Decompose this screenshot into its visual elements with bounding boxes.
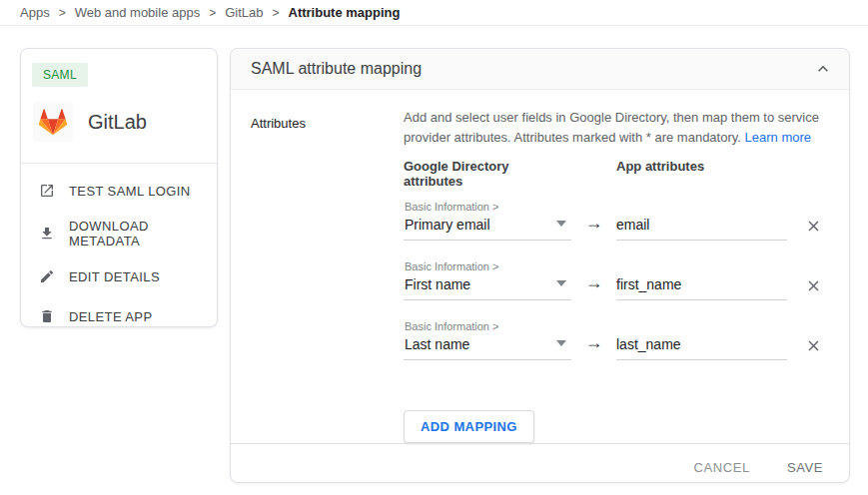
app-attribute-field-wrap [616,275,787,300]
remove-mapping-button[interactable] [805,218,831,241]
app-attribute-field-wrap [616,216,787,241]
pencil-icon [39,268,55,284]
dropdown-category: Basic Information > [405,201,553,214]
app-attribute-input[interactable] [616,275,787,293]
cancel-button[interactable]: CANCEL [694,460,750,475]
collapse-panel-button[interactable] [811,57,835,81]
app-summary-card: SAML GitLab TEST SAML LOGIN DOWNLOAD MET… [20,48,218,327]
dropdown-category: Basic Information > [405,320,553,333]
learn-more-link[interactable]: Learn more [745,130,811,145]
download-metadata-button[interactable]: DOWNLOAD METADATA [21,209,217,258]
google-attribute-dropdown[interactable]: Basic Information > Last name [404,320,571,360]
trash-icon [39,308,55,324]
column-headers: Google Directory attributes App attribut… [404,159,831,189]
breadcrumb-apps[interactable]: Apps [20,5,50,20]
open-in-new-icon [39,183,55,199]
app-name: GitLab [88,111,147,134]
edit-details-button[interactable]: EDIT DETAILS [21,258,217,294]
google-attribute-dropdown[interactable]: Basic Information > First name [404,260,571,300]
app-attributes-header: App attributes [616,159,787,189]
triangle-down-icon [556,280,566,286]
attributes-section-label: Attributes [251,108,404,443]
menu-item-label: TEST SAML LOGIN [69,184,191,199]
arrow-right-icon: → [571,272,616,300]
arrow-right-icon: → [571,213,616,241]
attributes-section-content: Add and select user fields in Google Dir… [404,108,831,443]
google-attribute-dropdown[interactable]: Basic Information > Primary email [404,201,571,241]
breadcrumb-gitlab[interactable]: GitLab [225,5,263,20]
mapping-rows: Basic Information > Primary email → Basi… [404,201,831,360]
dropdown-value: Last name [405,335,553,353]
app-attribute-input[interactable] [616,216,787,234]
saml-badge: SAML [32,63,88,87]
app-attribute-input[interactable] [616,335,787,353]
saml-attribute-mapping-panel: SAML attribute mapping Attributes Add an… [230,48,850,483]
breadcrumb-current-page: Attribute mapping [289,5,401,20]
close-icon [805,337,822,354]
gitlab-logo-icon [33,102,73,142]
google-directory-attributes-header: Google Directory attributes [404,159,571,189]
download-icon [39,226,55,242]
panel-footer: CANCEL SAVE [231,443,849,483]
app-card-menu: TEST SAML LOGIN DOWNLOAD METADATA EDIT D… [21,164,217,334]
panel-title: SAML attribute mapping [251,60,422,78]
app-identity: GitLab [33,102,217,142]
dropdown-value: Primary email [405,216,553,234]
delete-app-button[interactable]: DELETE APP [21,298,217,334]
breadcrumb: Apps > Web and mobile apps > GitLab > At… [0,0,868,26]
add-mapping-button[interactable]: ADD MAPPING [404,410,534,443]
dropdown-value: First name [405,275,553,293]
panel-body: Attributes Add and select user fields in… [231,90,849,443]
menu-item-label: DOWNLOAD METADATA [69,219,217,248]
arrow-right-icon: → [571,332,616,360]
remove-mapping-button[interactable] [805,277,831,300]
close-icon [805,277,822,294]
app-attribute-field-wrap [616,335,787,360]
menu-item-label: EDIT DETAILS [69,269,160,284]
triangle-down-icon [556,340,566,346]
test-saml-login-button[interactable]: TEST SAML LOGIN [21,173,217,209]
remove-mapping-button[interactable] [805,337,831,360]
chevron-up-icon [813,59,833,79]
breadcrumb-web-and-mobile-apps[interactable]: Web and mobile apps [75,5,201,20]
panel-header: SAML attribute mapping [231,49,849,90]
breadcrumb-separator: > [209,6,216,20]
close-icon [805,218,822,235]
save-button[interactable]: SAVE [787,460,823,475]
breadcrumb-separator: > [273,6,280,20]
attributes-description: Add and select user fields in Google Dir… [404,108,831,148]
triangle-down-icon [556,221,566,227]
menu-item-label: DELETE APP [69,309,152,324]
dropdown-category: Basic Information > [405,260,553,273]
breadcrumb-separator: > [59,6,66,20]
